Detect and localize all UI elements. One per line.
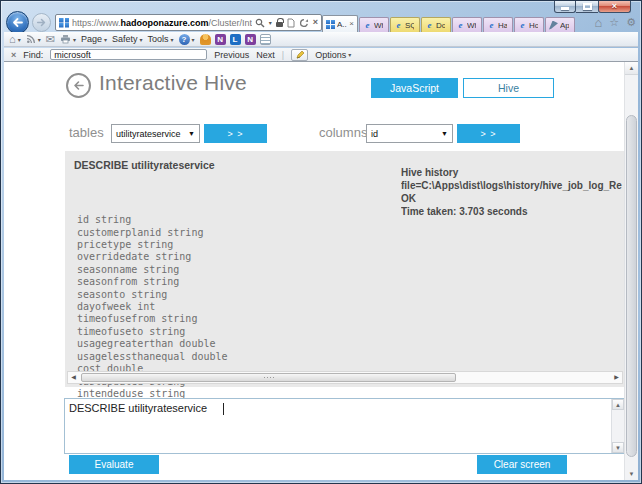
extension-icon[interactable]: N — [245, 34, 256, 45]
find-next-button[interactable]: Next — [256, 50, 275, 60]
refresh-icon[interactable] — [299, 18, 309, 28]
scrollbar-thumb[interactable] — [626, 115, 637, 457]
schema-line: seasonname string — [77, 264, 228, 276]
browser-tab[interactable]: Ho... — [514, 17, 544, 32]
extension-icon[interactable] — [200, 34, 211, 45]
browser-tab[interactable]: Apa... — [545, 17, 575, 32]
page-back-button[interactable] — [66, 73, 91, 98]
history-line: OK — [401, 192, 625, 205]
horizontal-scrollbar[interactable]: ◀ ▶ — [67, 371, 623, 384]
page-vertical-scrollbar[interactable]: ▲ ▼ — [624, 62, 638, 480]
back-arrow-icon — [11, 16, 24, 29]
hive-history: Hive historyfile=C:\Apps\dist\logs\histo… — [401, 166, 625, 218]
find-input[interactable] — [50, 49, 207, 60]
highlight-all-button[interactable] — [291, 49, 308, 61]
columns-select[interactable]: id▼ — [366, 124, 453, 143]
read-mail-button[interactable]: ✉ — [46, 34, 55, 45]
mode-switch: JavaScript Hive — [371, 78, 554, 98]
query-editor[interactable]: DESCRIBE utilityrateservice — [65, 399, 612, 453]
browser-tab[interactable]: SQL... — [390, 17, 420, 32]
extension-icon[interactable]: N — [215, 34, 226, 45]
scroll-right-icon[interactable]: ▶ — [611, 372, 622, 383]
safety-menu[interactable]: Safety▾ — [112, 34, 143, 44]
tab-label: SQL... — [405, 21, 414, 30]
extension-icon[interactable] — [260, 34, 271, 45]
rss-feed-icon — [26, 34, 36, 44]
tools-menu[interactable]: Tools▾ — [148, 34, 174, 44]
clear-screen-button[interactable]: Clear screen — [477, 455, 567, 474]
tab-favicon — [326, 20, 335, 29]
browser-tab[interactable]: Wh... — [359, 17, 389, 32]
forward-arrow-icon — [36, 17, 47, 28]
search-dropdown-icon[interactable]: ▾ — [269, 19, 272, 26]
browser-tab[interactable]: Ha... — [483, 17, 513, 32]
schema-list: id stringcustomerplanid stringpricetype … — [77, 177, 228, 400]
console-output-panel: DESCRIBE utilityrateservice id stringcus… — [65, 151, 625, 387]
scroll-down-icon[interactable]: ▼ — [612, 442, 624, 453]
stop-icon[interactable]: × — [313, 18, 318, 27]
schema-line: dayofweek int — [77, 301, 228, 313]
close-button[interactable]: × — [598, 1, 631, 13]
find-label: Find: — [23, 50, 43, 60]
minimize-icon — [561, 7, 569, 10]
mode-button[interactable]: Hive — [463, 78, 554, 98]
feeds-button[interactable]: ▾ — [26, 34, 41, 44]
schema-line: usagelessthanequal double — [77, 351, 228, 363]
title-bar: × — [1, 1, 641, 14]
scroll-down-icon[interactable]: ▼ — [625, 468, 638, 480]
security-lock-icon[interactable] — [276, 22, 283, 27]
browser-tab[interactable]: Wh... — [452, 17, 482, 32]
forward-button[interactable] — [32, 13, 51, 32]
find-previous-button[interactable]: Previous — [214, 50, 249, 60]
find-bar: × Find: Previous Next | Options▾ — [4, 48, 638, 62]
evaluate-button[interactable]: Evaluate — [69, 455, 159, 474]
browser-tab[interactable]: Do... — [421, 17, 451, 32]
mode-button[interactable]: JavaScript — [371, 78, 458, 98]
home-menu-button[interactable]: ⌂▾ — [9, 34, 21, 45]
url-text[interactable]: https://www.hadooponazure.com/Cluster/In… — [72, 18, 252, 28]
tab-label: Ha... — [498, 21, 507, 30]
chevron-down-icon: ▼ — [188, 130, 195, 137]
find-close-icon[interactable]: × — [11, 50, 16, 60]
minimize-button[interactable] — [554, 1, 576, 13]
maximize-button[interactable] — [576, 1, 598, 13]
page-menu[interactable]: Page▾ — [81, 34, 107, 44]
history-line: Time taken: 3.703 seconds — [401, 205, 625, 218]
tab-favicon — [549, 21, 558, 30]
favorites-star-icon[interactable]: ☆ — [609, 17, 619, 28]
address-bar[interactable]: https://www.hadooponazure.com/Cluster/In… — [55, 14, 322, 31]
find-options-menu[interactable]: Options▾ — [315, 50, 351, 60]
columns-go-button[interactable]: > > — [457, 124, 520, 143]
text-caret — [223, 403, 224, 415]
back-arrow-icon — [72, 79, 85, 92]
page-title: Interactive Hive — [99, 71, 247, 95]
tab-close-icon[interactable]: × — [349, 20, 354, 28]
columns-label: columns — [319, 125, 367, 140]
schema-line: overridedate string — [77, 251, 228, 263]
tab-favicon — [487, 21, 496, 30]
help-menu[interactable]: ?▾ — [179, 34, 195, 45]
scroll-left-icon[interactable]: ◀ — [68, 372, 79, 383]
tab-favicon — [394, 21, 403, 30]
tables-go-button[interactable]: > > — [204, 124, 267, 143]
scrollbar-track[interactable] — [79, 372, 611, 383]
back-button[interactable] — [6, 11, 29, 34]
home-icon[interactable]: ⌂ — [594, 17, 602, 28]
schema-line: usagegreaterthan double — [77, 338, 228, 350]
extension-icon[interactable]: L — [230, 34, 241, 45]
editor-scrollbar[interactable]: ▲ ▼ — [611, 399, 624, 453]
print-button[interactable]: ▾ — [60, 34, 76, 44]
search-icon[interactable] — [255, 18, 265, 28]
console-command: DESCRIBE utilityrateservice — [74, 159, 215, 171]
tab-favicon — [425, 21, 434, 30]
scroll-up-icon[interactable]: ▲ — [612, 399, 624, 410]
settings-gear-icon[interactable]: ⚙ — [626, 17, 636, 28]
tables-select[interactable]: utilityrateservice▼ — [111, 124, 200, 143]
scroll-up-icon[interactable]: ▲ — [625, 62, 638, 75]
browser-tab[interactable]: A.. × — [322, 15, 358, 32]
schema-line: seasonto string — [77, 289, 228, 301]
compatibility-view-icon[interactable] — [287, 18, 295, 28]
scrollbar-thumb[interactable] — [81, 373, 456, 382]
tab-label: Do... — [436, 21, 445, 30]
tab-favicon — [363, 21, 372, 30]
